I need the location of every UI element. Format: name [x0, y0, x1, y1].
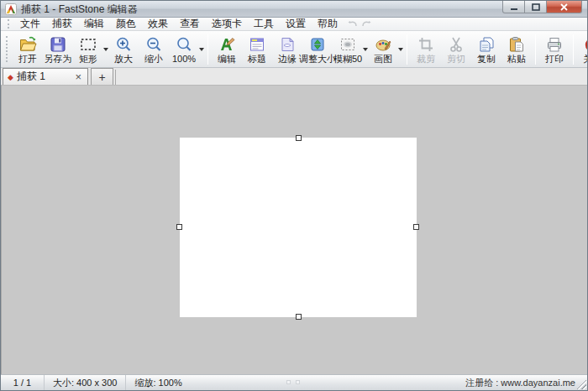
toolbar: 打开 另存为 矩形 [1, 31, 587, 68]
app-icon [5, 3, 17, 15]
toolbar-label: 边缘 [278, 54, 297, 65]
print-icon [545, 34, 564, 54]
toolbar-label: 100% [172, 54, 196, 65]
menubar-grip[interactable] [8, 19, 9, 29]
menu-capture[interactable]: 捕获 [46, 18, 78, 30]
toolbar-label: 放大 [114, 54, 133, 65]
toolbar-separator [207, 34, 208, 65]
toolbar-separator [573, 34, 574, 65]
edge-button[interactable]: 边缘 [272, 33, 302, 66]
status-page-count: 1 / 1 [1, 375, 45, 390]
menu-tabs[interactable]: 选项卡 [206, 18, 248, 30]
crop-button: 裁剪 [411, 33, 441, 66]
toolbar-label: 另存为 [45, 54, 72, 65]
toolbar-label: 剪切 [447, 54, 465, 65]
copy-button[interactable]: 复制 [471, 33, 501, 66]
minimize-button[interactable] [502, 1, 525, 13]
canvas-area[interactable] [1, 86, 587, 376]
rect-select-button[interactable]: 矩形 [73, 33, 103, 66]
toolbar-separator [407, 34, 407, 65]
statusbar: 1 / 1 大小: 400 x 300 缩放: 100% 注册给 : www.d… [1, 374, 587, 390]
open-button[interactable]: 打开 [13, 33, 43, 66]
paste-button[interactable]: 粘贴 [501, 33, 532, 66]
tabbar: ◆ 捕获 1 × + [1, 68, 587, 86]
status-image-size: 大小: 400 x 300 [45, 375, 126, 390]
blur-icon [339, 34, 357, 54]
menu-view[interactable]: 查看 [174, 18, 206, 30]
tab-label: 捕获 1 [17, 70, 70, 84]
draw-dropdown-icon[interactable] [398, 33, 403, 66]
caption-button[interactable]: 标题 [242, 33, 272, 66]
paste-icon [507, 34, 526, 54]
tab-close-icon[interactable]: × [73, 70, 83, 83]
cut-icon [447, 34, 465, 54]
resize-handle-top[interactable] [296, 135, 302, 141]
toolbar-label: 复制 [477, 54, 496, 65]
zoom-100-button[interactable]: 100% [169, 33, 199, 66]
resize-handle-bottom[interactable] [296, 314, 302, 320]
copy-icon [477, 34, 496, 54]
blur-button[interactable]: 模糊50 [333, 33, 363, 66]
crop-icon [417, 34, 435, 54]
menu-effects[interactable]: 效果 [142, 18, 174, 30]
tab-divider [115, 70, 116, 85]
toolbar-label: 标题 [248, 54, 266, 65]
toolbar-label: 打印 [545, 54, 564, 65]
zoom-in-button[interactable]: 放大 [108, 33, 139, 66]
new-tab-button[interactable]: + [91, 68, 113, 85]
status-registered-to: 注册给 : www.dayanzai.me [465, 377, 587, 389]
menu-colors[interactable]: 颜色 [110, 18, 142, 30]
zoom-dropdown-icon[interactable] [199, 33, 204, 66]
menu-file[interactable]: 文件 [14, 18, 46, 30]
zoom-100-icon [175, 34, 193, 54]
zoom-out-button[interactable]: 缩小 [139, 33, 169, 66]
edge-icon [278, 34, 297, 54]
status-zoom-level: 缩放: 100% [126, 375, 190, 390]
open-folder-icon [18, 34, 37, 54]
zoom-out-icon [144, 34, 163, 54]
zoom-in-icon [114, 34, 133, 54]
close-window-button[interactable] [547, 1, 582, 13]
window-controls [502, 1, 582, 13]
draw-button[interactable]: 画图 [368, 33, 398, 66]
redo-icon [361, 19, 372, 29]
toolbar-label: 粘贴 [507, 54, 526, 65]
save-as-button[interactable]: 另存为 [43, 33, 73, 66]
caption-icon [248, 34, 266, 54]
menu-edit[interactable]: 编辑 [78, 18, 110, 30]
toolbar-label: 裁剪 [417, 54, 435, 65]
resize-handle-left[interactable] [176, 224, 182, 230]
toolbar-label: 画图 [374, 54, 392, 65]
toolbar-label: 编辑 [218, 54, 236, 65]
toolbar-label: 模糊50 [333, 54, 362, 65]
menu-tools[interactable]: 工具 [248, 18, 280, 30]
edit-icon [218, 34, 236, 54]
toolbar-grip[interactable] [6, 36, 8, 61]
window-resize-grip[interactable] [576, 379, 586, 389]
tab-capture-1[interactable]: ◆ 捕获 1 × [3, 68, 88, 85]
print-button[interactable]: 打印 [539, 33, 570, 66]
resize-button[interactable]: 调整大小 [302, 33, 333, 66]
menu-settings[interactable]: 设置 [280, 18, 312, 30]
rect-select-icon [79, 34, 97, 54]
menubar: 文件 捕获 编辑 颜色 效果 查看 选项卡 工具 设置 帮助 [1, 18, 587, 31]
power-close-icon [583, 34, 588, 54]
toolbar-label: 矩形 [79, 54, 97, 65]
captured-image[interactable] [180, 138, 417, 317]
undo-icon [347, 19, 358, 29]
tab-bullet-icon: ◆ [8, 73, 13, 81]
resize-icon [308, 34, 327, 54]
edit-button[interactable]: 编辑 [212, 33, 242, 66]
toolbar-label: 关闭 [583, 54, 588, 65]
toolbar-label: 缩小 [144, 54, 163, 65]
toolbar-label: 调整大小 [299, 54, 336, 65]
menu-help[interactable]: 帮助 [312, 18, 344, 30]
resize-handle-right[interactable] [413, 224, 419, 230]
window-title: 捕获 1 - FastStone 编辑器 [21, 1, 138, 18]
toolbar-label: 打开 [18, 54, 37, 65]
save-icon [49, 34, 67, 54]
close-editor-button[interactable]: 关闭 [577, 33, 588, 66]
statusbar-grip-dots [286, 380, 300, 384]
titlebar[interactable]: 捕获 1 - FastStone 编辑器 [1, 1, 587, 18]
maximize-button[interactable] [525, 1, 547, 13]
